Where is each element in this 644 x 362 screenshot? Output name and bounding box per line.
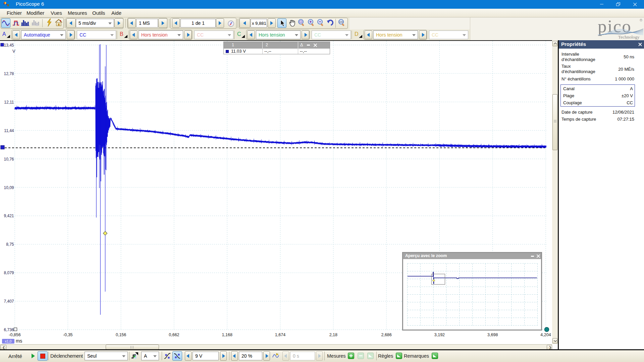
svg-text:3,698: 3,698: [487, 333, 498, 337]
svg-text:4,204: 4,204: [540, 333, 551, 337]
svg-text:12,78: 12,78: [4, 71, 14, 76]
svg-text:-0,35: -0,35: [63, 333, 73, 337]
svg-text:-0,856: -0,856: [9, 333, 20, 337]
svg-text:2,686: 2,686: [381, 333, 391, 337]
svg-text:7,407: 7,407: [4, 299, 14, 304]
svg-text:6,736: 6,736: [4, 327, 14, 332]
svg-text:0,662: 0,662: [169, 333, 179, 337]
svg-text:0,156: 0,156: [116, 333, 126, 337]
svg-text:12,11: 12,11: [4, 100, 14, 105]
svg-text:10,09: 10,09: [4, 185, 14, 190]
svg-text:1,674: 1,674: [275, 333, 285, 337]
svg-text:8,079: 8,079: [4, 270, 14, 275]
svg-text:3,192: 3,192: [434, 333, 445, 337]
svg-text:9,421: 9,421: [4, 214, 14, 218]
svg-text:13,45: 13,45: [4, 43, 14, 48]
svg-text:10,76: 10,76: [4, 157, 14, 162]
svg-text:100: 100: [339, 21, 343, 23]
svg-text:8,75: 8,75: [6, 242, 14, 247]
svg-text:V: V: [12, 49, 15, 54]
svg-text:1,168: 1,168: [222, 333, 232, 337]
svg-text:11,44: 11,44: [4, 128, 14, 133]
svg-text:2,18: 2,18: [329, 333, 337, 337]
